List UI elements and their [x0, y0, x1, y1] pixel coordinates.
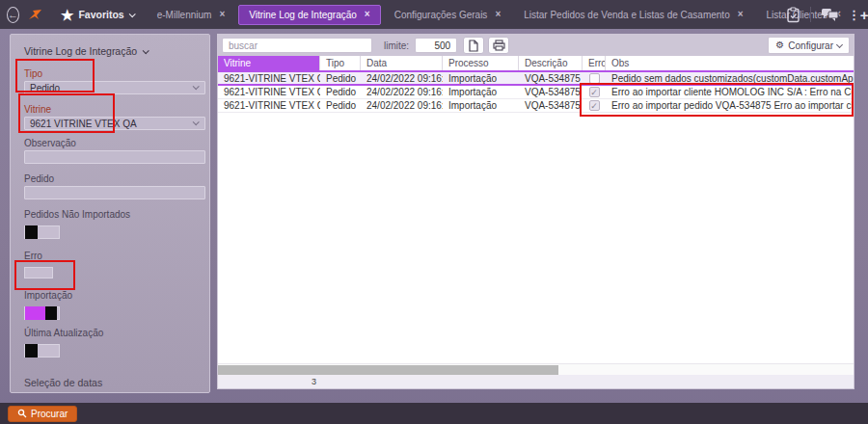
favorites-label: Favoritos	[78, 9, 123, 20]
chevron-down-icon	[193, 119, 200, 125]
chevron-down-icon	[128, 11, 135, 17]
table-footer: 3	[218, 375, 854, 388]
tipo-select[interactable]: Pedido	[24, 81, 205, 94]
table-empty-area	[218, 113, 854, 363]
erro-toggle[interactable]	[24, 267, 53, 278]
cell-erro: ✓	[583, 100, 606, 111]
back-button[interactable]: ←	[7, 7, 19, 23]
configurar-button[interactable]: ⚙ Configurar	[768, 37, 850, 54]
erro-label: Erro	[24, 251, 209, 261]
printer-icon	[493, 40, 505, 51]
cell-obs: Erro ao importar pedido VQA-534875 Erro …	[606, 100, 854, 111]
millennium-logo-icon	[27, 7, 43, 23]
cell-obs: Erro ao importar cliente HOMOLOG INC S/A…	[606, 87, 854, 97]
column-header-erro[interactable]: Erro	[583, 56, 606, 70]
vitrine-value: 9621 VITRINE VTEX QA	[30, 119, 137, 129]
back-icon: ←	[8, 10, 18, 20]
tab-label: e-Millennium	[157, 10, 212, 20]
erro-checkbox[interactable]	[589, 73, 600, 84]
gear-icon: ⚙	[775, 40, 784, 50]
close-icon[interactable]: ×	[738, 10, 744, 19]
tab-label: Listar Pedidos de Venda e Listas de Casa…	[524, 10, 729, 20]
tab-e-millennium[interactable]: e-Millennium ×	[148, 6, 235, 24]
results-panel: limite: ⚙ Configurar	[217, 34, 854, 389]
observacao-input[interactable]	[24, 150, 205, 164]
kebab-menu-icon[interactable]: ⋮	[848, 8, 860, 22]
table-row[interactable]: 9621-VITRINE VTEX QA Pedido 24/02/2022 0…	[218, 86, 854, 99]
row-count: 3	[312, 377, 316, 386]
app-window: ← ★ Favoritos e-Millennium × Vitrine Log	[0, 0, 868, 424]
sidebar-title[interactable]: Vitrine Log de Integração	[24, 45, 209, 57]
results-toolbar: limite: ⚙ Configurar	[218, 35, 854, 56]
search-icon	[17, 409, 27, 418]
column-header-processo[interactable]: Processo	[443, 56, 519, 70]
cell-processo: Importação	[443, 73, 519, 84]
column-header-obs[interactable]: Obs	[606, 56, 854, 70]
chat-icon[interactable]	[821, 8, 839, 22]
pedido-label: Pedido	[24, 173, 209, 184]
close-icon[interactable]: ×	[365, 10, 370, 19]
column-header-data[interactable]: Data	[361, 56, 443, 70]
topbar-right: ⋮	[786, 7, 868, 23]
column-header-tipo[interactable]: Tipo	[320, 56, 361, 70]
filter-sidebar: Vitrine Log de Integração Tipo Pedido Vi…	[10, 34, 210, 393]
chevron-down-icon	[836, 40, 843, 47]
cell-vitrine: 9621-VITRINE VTEX QA	[218, 100, 320, 111]
tipo-value: Pedido	[30, 83, 60, 93]
cell-obs: Pedido sem dados customizados(customData…	[606, 73, 854, 84]
cell-data: 24/02/2022 09:16:43	[361, 100, 443, 111]
tab-configuracoes-gerais[interactable]: Configurações Gerais ×	[385, 6, 511, 24]
star-icon: ★	[61, 8, 73, 22]
cell-tipo: Pedido	[320, 73, 361, 84]
close-icon[interactable]: ×	[495, 10, 501, 19]
importacao-toggle[interactable]	[24, 306, 60, 320]
procurar-button[interactable]: Procurar	[8, 406, 77, 422]
export-button[interactable]	[463, 37, 484, 54]
favorites-menu[interactable]: ★ Favoritos	[61, 8, 134, 22]
sidebar-title-label: Vitrine Log de Integração	[24, 45, 137, 57]
column-header-vitrine[interactable]: Vitrine	[218, 56, 320, 70]
tasks-clipboard-icon[interactable]	[786, 7, 800, 23]
erro-checkbox[interactable]: ✓	[589, 87, 600, 97]
cell-descricao: VQA-534875	[519, 100, 583, 111]
cell-data: 24/02/2022 09:16:43	[361, 73, 443, 84]
horizontal-scrollbar[interactable]	[218, 363, 854, 375]
search-input[interactable]	[222, 38, 372, 53]
importacao-label: Importação	[24, 290, 209, 301]
cell-data: 24/02/2022 09:16:43	[361, 87, 443, 97]
erro-checkbox[interactable]: ✓	[589, 100, 600, 111]
document-icon	[469, 40, 478, 52]
print-button[interactable]	[488, 37, 509, 54]
tab-bar: e-Millennium × Vitrine Log de Integração…	[148, 5, 851, 25]
cell-erro: ✓	[583, 87, 606, 97]
tab-label: Vitrine Log de Integração	[249, 10, 357, 20]
tab-vitrine-log[interactable]: Vitrine Log de Integração ×	[238, 5, 380, 25]
table-row[interactable]: 9621-VITRINE VTEX QA Pedido 24/02/2022 0…	[218, 99, 854, 113]
cell-descricao: VQA-534875	[519, 73, 583, 84]
configurar-label: Configurar	[788, 40, 833, 51]
chevron-down-icon	[143, 47, 149, 54]
cell-descricao: VQA-534875	[519, 87, 583, 97]
selecao-datas-heading: Seleção de datas	[24, 377, 209, 388]
chevron-down-icon	[193, 83, 200, 90]
close-icon[interactable]: ×	[219, 10, 225, 19]
divider	[810, 7, 811, 22]
vitrine-select[interactable]: 9621 VITRINE VTEX QA	[24, 117, 205, 130]
column-header-descricao[interactable]: Descrição	[519, 56, 583, 70]
tipo-label: Tipo	[24, 68, 209, 79]
ultima-atualizacao-label: Última Atualização	[24, 328, 209, 338]
pedidos-nao-importados-toggle[interactable]	[24, 225, 60, 239]
cell-vitrine: 9621-VITRINE VTEX QA	[218, 73, 320, 84]
pedido-input[interactable]	[24, 186, 205, 199]
topbar-left: ← ★ Favoritos e-Millennium × Vitrine Log	[0, 5, 786, 25]
tab-listar-pedidos[interactable]: Listar Pedidos de Venda e Listas de Casa…	[514, 6, 752, 24]
ultima-atualizacao-toggle[interactable]	[24, 344, 60, 358]
scrollbar-thumb[interactable]	[218, 365, 558, 375]
pedidos-nao-importados-label: Pedidos Não Importados	[24, 209, 209, 220]
vitrine-label: Vitrine	[24, 104, 209, 115]
table-row[interactable]: 9621-VITRINE VTEX QA Pedido 24/02/2022 0…	[218, 72, 854, 86]
cell-vitrine: 9621-VITRINE VTEX QA	[218, 87, 320, 97]
cell-tipo: Pedido	[320, 87, 361, 97]
limit-input[interactable]	[415, 38, 457, 53]
topbar: ← ★ Favoritos e-Millennium × Vitrine Log	[0, 0, 868, 29]
